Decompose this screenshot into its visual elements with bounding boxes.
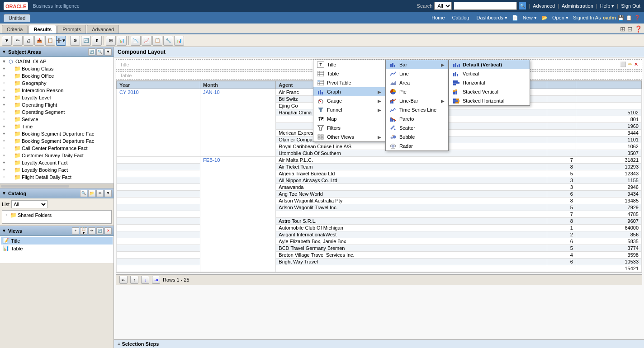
toolbar-btn-5[interactable]: 📋	[45, 36, 55, 46]
save-icon[interactable]: 💾	[618, 15, 624, 21]
item-toggle-7[interactable]: +	[1, 116, 7, 122]
tree-item-12[interactable]: + 📁 Customer Survey Daily Fact	[1, 152, 113, 159]
toolbar-btn-9[interactable]: ⊞	[106, 36, 116, 46]
untitled-tab[interactable]: Untitled	[4, 14, 30, 22]
graph-timeseries-item[interactable]: Time Series Line	[386, 105, 448, 114]
page-next-btn[interactable]: ↓	[141, 276, 149, 284]
home-button[interactable]: Home	[429, 14, 447, 21]
menu-item-map[interactable]: 🗺 Map	[313, 114, 385, 123]
restore-icon[interactable]: ⊟	[627, 25, 633, 33]
saveas-icon[interactable]: 📋	[626, 15, 632, 21]
tab-criteria[interactable]: Criteria	[2, 25, 28, 33]
tab-advanced[interactable]: Advanced	[87, 25, 119, 33]
toolbar-btn-6[interactable]: ⚙	[70, 36, 80, 46]
pencil-icon[interactable]: ✏	[628, 61, 632, 67]
advanced-link[interactable]: Advanced	[533, 3, 555, 9]
search-select[interactable]: All	[434, 2, 452, 10]
toolbar-btn-11[interactable]: 📉	[131, 36, 141, 46]
views-refresh-btn[interactable]: 🔄	[96, 227, 104, 235]
shared-toggle[interactable]: +	[3, 212, 9, 218]
menu-item-pivot[interactable]: Pivot Table	[313, 78, 385, 87]
menu-item-funnel[interactable]: Funnel ▶	[313, 105, 385, 114]
item-toggle-1[interactable]: +	[1, 73, 7, 79]
tree-item-10[interactable]: + 📁 Booking Segment Departure Fac	[1, 137, 113, 145]
view-item-table[interactable]: 📊 Table	[1, 245, 113, 252]
tree-item-15[interactable]: + 📁 Flight Detail Daily Fact	[1, 174, 113, 181]
item-toggle-12[interactable]: +	[1, 152, 7, 159]
toolbar-btn-14[interactable]: 🔧	[163, 36, 173, 46]
tree-item-11[interactable]: + 📁 Call Center Performance Fact	[1, 145, 113, 152]
bar-horizontal-item[interactable]: Horizontal	[449, 78, 530, 87]
catalog-new-btn[interactable]: 📁	[88, 190, 95, 197]
bar-stacked-h-item[interactable]: Stacked Horizontal	[449, 96, 530, 105]
dashboards-button[interactable]: Dashboards ▾	[474, 14, 510, 22]
toolbar-btn-2[interactable]: ✏	[13, 36, 23, 46]
toolbar-btn-8[interactable]: ⬆	[92, 36, 102, 46]
tree-item-14[interactable]: + 📁 Loyatly Booking Fact	[1, 166, 113, 174]
catalog-search-btn[interactable]: 🔍	[80, 190, 87, 197]
tree-item-1[interactable]: + 📁 Booking Office	[1, 72, 113, 80]
tree-item-0[interactable]: + 📁 Booking Class	[1, 65, 113, 72]
search-small-btn[interactable]: 🔍	[96, 48, 104, 56]
tree-item-6[interactable]: + 📁 Operating Segment	[1, 108, 113, 116]
administration-link[interactable]: Administration	[562, 3, 593, 9]
subject-areas-tree[interactable]: ▼ ⬡ OADM_OLAP + 📁 Booking Class + 📁 Book…	[0, 57, 114, 183]
search-input[interactable]	[454, 2, 517, 10]
help-icon[interactable]: ❓	[634, 15, 640, 21]
item-toggle-3[interactable]: +	[1, 87, 7, 94]
item-toggle-14[interactable]: +	[1, 167, 7, 173]
views-delete-btn[interactable]: ✕	[104, 227, 112, 235]
h-scrollbar[interactable]	[0, 183, 114, 188]
page-first-btn[interactable]: ⇤	[119, 276, 128, 284]
toolbar-btn-7[interactable]: 🔄	[81, 36, 91, 46]
tree-item-3[interactable]: + 📁 Interaction Reason	[1, 87, 113, 94]
graph-bar-item[interactable]: Bar ▶	[386, 60, 448, 69]
tree-item-5[interactable]: + 📁 Operating Flight	[1, 101, 113, 108]
page-last-btn[interactable]: ⇥	[152, 276, 160, 284]
item-toggle-8[interactable]: +	[1, 123, 7, 130]
views-collapse-icon[interactable]: ▼	[2, 228, 6, 233]
view-item-title[interactable]: 📝 Title	[1, 237, 113, 245]
graph-line-item[interactable]: Line	[386, 69, 448, 78]
menu-item-table[interactable]: Table	[313, 69, 385, 78]
item-toggle-15[interactable]: +	[1, 174, 7, 180]
catalog-button[interactable]: Catalog	[450, 14, 472, 21]
menu-item-filters[interactable]: Filters	[313, 123, 385, 132]
new-button[interactable]: New ▾	[520, 14, 540, 22]
graph-linebar-item[interactable]: Line-Bar ▶	[386, 96, 448, 105]
tree-item-2[interactable]: + 📁 Geography	[1, 80, 113, 87]
graph-radar-item[interactable]: Radar	[386, 141, 448, 150]
toolbar-btn-4[interactable]: 📤	[34, 36, 44, 46]
col-4[interactable]	[547, 81, 576, 89]
item-toggle-10[interactable]: +	[1, 138, 7, 144]
graph-pareto-item[interactable]: Pareto	[386, 114, 448, 123]
help-circle-icon[interactable]: ❓	[635, 25, 642, 33]
tree-item-7[interactable]: + 📁 Serivce	[1, 116, 113, 123]
item-toggle-6[interactable]: +	[1, 109, 7, 115]
bar-stacked-v-item[interactable]: Stacked Vertical	[449, 87, 530, 96]
root-toggle[interactable]: ▼	[1, 58, 7, 65]
col-year[interactable]: Year	[117, 81, 200, 89]
tree-item-9[interactable]: + 📁 Booking Segment Departure Fac	[1, 130, 113, 137]
menu-item-graph[interactable]: Graph ▶	[313, 87, 385, 96]
views-dropdown-btn[interactable]: 📋▼	[80, 227, 87, 235]
h-scroll-thumb[interactable]	[1, 185, 69, 188]
search-button[interactable]: 🔍	[519, 2, 526, 9]
tree-item-8[interactable]: + 📁 Time	[1, 123, 113, 130]
catalog-list-select[interactable]: All	[11, 200, 47, 208]
toolbar-btn-10[interactable]: 📊	[117, 36, 127, 46]
views-add-btn[interactable]: +	[72, 227, 79, 235]
graph-pie-item[interactable]: Pie	[386, 87, 448, 96]
signout-link[interactable]: Sign Out	[621, 3, 640, 9]
item-toggle-13[interactable]: +	[1, 160, 7, 166]
views-edit-btn[interactable]: ✏	[88, 227, 95, 235]
maximize-icon[interactable]: ⊞	[620, 25, 625, 33]
tab-prompts[interactable]: Prompts	[57, 25, 86, 33]
tab-results[interactable]: Results	[28, 25, 57, 33]
menu-item-gauge[interactable]: Gauge ▶	[313, 96, 385, 105]
dropdown-btn[interactable]: ▼	[104, 48, 112, 56]
copy-icon[interactable]: ⬜	[620, 61, 626, 67]
item-toggle-5[interactable]: +	[1, 102, 7, 108]
shared-folders-item[interactable]: + 📁 Shared Folders	[3, 212, 110, 219]
col-5[interactable]	[576, 81, 641, 89]
